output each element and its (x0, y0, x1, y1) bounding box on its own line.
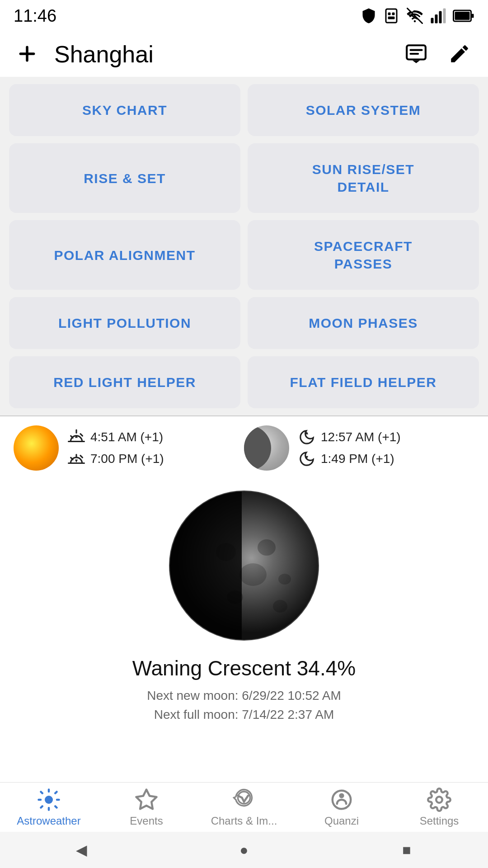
status-time: 11:46 (14, 6, 56, 26)
sun-icon (14, 425, 59, 471)
moon-section: 12:57 AM (+1) 1:49 PM (+1) (244, 425, 474, 471)
red-light-helper-button[interactable]: RED LIGHT HELPER (9, 356, 240, 408)
svg-rect-9 (455, 12, 470, 20)
moon-phase-section: Waning Crescent 34.4% Next new moon: 6/2… (0, 480, 488, 740)
svg-point-22 (45, 796, 53, 804)
signal-icon (430, 8, 446, 24)
svg-rect-2 (392, 13, 395, 15)
sunrise-icon (68, 429, 85, 446)
home-button[interactable]: ● (226, 832, 262, 868)
wifi-icon (406, 8, 424, 24)
nav-item-events[interactable]: Events (98, 788, 195, 827)
android-nav: ◀ ● ■ (0, 832, 488, 868)
bottom-nav: Astroweather Events Charts & Im... Quanz… (0, 782, 488, 832)
sunset-icon (68, 450, 85, 467)
top-bar: Shanghai (0, 32, 488, 77)
moon-phases-button[interactable]: MOON PHASES (248, 297, 479, 349)
charts-icon (232, 788, 256, 812)
svg-rect-7 (443, 9, 446, 24)
sun-set-row: 7:00 PM (+1) (68, 450, 164, 467)
nav-item-astroweather[interactable]: Astroweather (0, 788, 98, 827)
nav-item-settings[interactable]: Settings (390, 788, 488, 827)
svg-rect-0 (386, 9, 397, 23)
svg-point-25 (436, 797, 442, 803)
moon-phase-name: Waning Crescent 34.4% (132, 656, 356, 680)
sun-rise-set-detail-button[interactable]: SUN RISE/SET DETAIL (248, 143, 479, 213)
quanzi-label: Quanzi (324, 815, 359, 827)
plus-icon (17, 44, 37, 64)
svg-rect-4 (431, 18, 434, 24)
grid-menu: SKY CHART SOLAR SYSTEM RISE & SET SUN RI… (0, 77, 488, 415)
recent-button[interactable]: ■ (389, 832, 425, 868)
pencil-icon (448, 42, 471, 65)
light-pollution-button[interactable]: LIGHT POLLUTION (9, 297, 240, 349)
svg-rect-11 (407, 45, 426, 59)
status-bar: 11:46 (0, 0, 488, 32)
svg-point-14 (258, 539, 276, 556)
top-bar-right (401, 39, 474, 70)
message-button[interactable] (401, 39, 431, 70)
sun-times: 4:51 AM (+1) 7:00 PM (+1) (68, 429, 164, 467)
moon-rise-time: 12:57 AM (+1) (321, 430, 401, 444)
back-button[interactable]: ◀ (63, 832, 99, 868)
add-button[interactable] (14, 40, 41, 69)
sun-section: 4:51 AM (+1) 7:00 PM (+1) (14, 425, 244, 471)
next-full-moon: Next full moon: 7/14/22 2:37 AM (154, 708, 334, 722)
svg-point-15 (239, 563, 267, 586)
rise-set-button[interactable]: RISE & SET (9, 143, 240, 213)
events-icon (134, 788, 159, 812)
moonrise-icon (298, 429, 315, 446)
moon-small-icon (244, 425, 289, 471)
sun-set-time: 7:00 PM (+1) (90, 452, 164, 466)
svg-rect-10 (472, 14, 474, 18)
settings-icon (427, 788, 451, 812)
polar-alignment-button[interactable]: POLAR ALIGNMENT (9, 220, 240, 290)
events-label: Events (130, 815, 163, 827)
svg-rect-5 (435, 14, 438, 24)
moon-phase-image (167, 489, 321, 642)
moon-set-time: 1:49 PM (+1) (321, 452, 394, 466)
moon-dark-side (244, 425, 271, 471)
moon-times: 12:57 AM (+1) 1:49 PM (+1) (298, 429, 401, 467)
status-icons (361, 8, 474, 24)
quanzi-icon (329, 788, 354, 812)
sun-rise-row: 4:51 AM (+1) (68, 429, 164, 446)
moon-rise-row: 12:57 AM (+1) (298, 429, 401, 446)
svg-rect-20 (169, 491, 242, 640)
nav-item-charts[interactable]: Charts & Im... (195, 788, 293, 827)
svg-point-24 (339, 793, 344, 798)
spacecraft-passes-button[interactable]: SPACECRAFT PASSES (248, 220, 479, 290)
battery-icon (453, 8, 474, 24)
astro-row: 4:51 AM (+1) 7:00 PM (+1) 12:57 AM (+1) (0, 416, 488, 480)
sky-chart-button[interactable]: SKY CHART (9, 84, 240, 136)
edit-button[interactable] (445, 39, 474, 70)
charts-label: Charts & Im... (211, 815, 277, 827)
top-bar-left: Shanghai (14, 40, 154, 69)
settings-label: Settings (420, 815, 459, 827)
shield-icon (361, 8, 377, 24)
flat-field-helper-button[interactable]: FLAT FIELD HELPER (248, 356, 479, 408)
sim-icon (383, 8, 399, 24)
svg-point-17 (278, 574, 291, 585)
moon-set-row: 1:49 PM (+1) (298, 450, 401, 467)
page-title: Shanghai (54, 41, 154, 68)
svg-rect-1 (388, 13, 391, 15)
next-new-moon: Next new moon: 6/29/22 10:52 AM (147, 689, 341, 703)
moonset-icon (298, 450, 315, 467)
astroweather-label: Astroweather (17, 815, 80, 827)
sun-rise-time: 4:51 AM (+1) (90, 430, 163, 444)
svg-point-19 (273, 600, 287, 613)
nav-item-quanzi[interactable]: Quanzi (293, 788, 390, 827)
message-icon (405, 42, 427, 65)
svg-rect-3 (388, 17, 395, 19)
astroweather-icon (37, 788, 61, 812)
solar-system-button[interactable]: SOLAR SYSTEM (248, 84, 479, 136)
svg-rect-6 (439, 11, 442, 24)
